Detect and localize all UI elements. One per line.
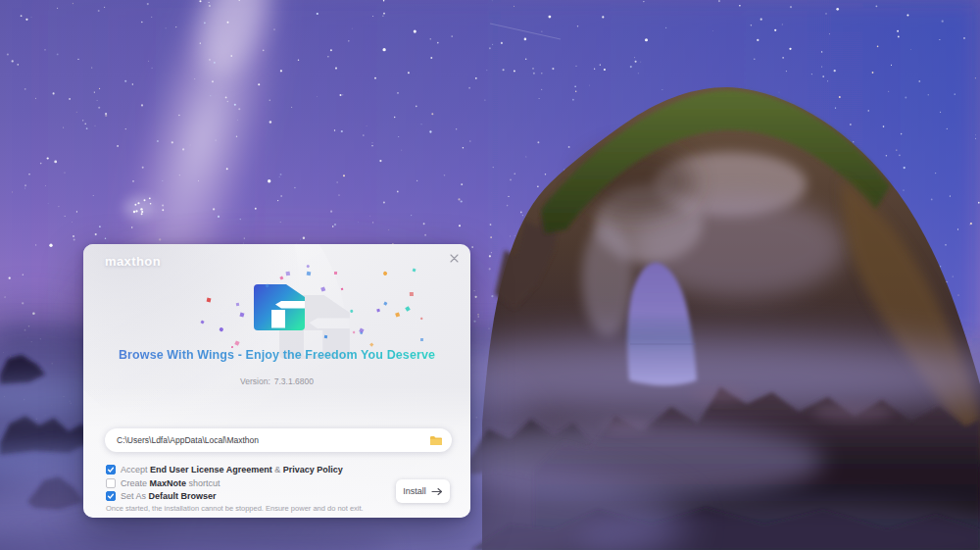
- installer-footnote: Once started, the installation cannot be…: [106, 504, 364, 513]
- maxthon-wordmark: maxthon: [105, 254, 161, 269]
- privacy-policy-link[interactable]: Privacy Policy: [283, 465, 343, 475]
- option-label: Accept End User License Agreement & Priv…: [121, 465, 343, 475]
- maxthon-logo: [254, 284, 305, 330]
- swoosh-decoration: [83, 244, 299, 430]
- star-cluster-glow: [123, 197, 155, 219]
- create-text: Create: [121, 478, 150, 488]
- installer-window: maxthon Browse With Wings -: [83, 244, 470, 518]
- install-button[interactable]: Install: [396, 479, 450, 503]
- set-as-text: Set As: [121, 491, 149, 501]
- arrow-right-icon: [431, 487, 443, 496]
- browse-folder-button[interactable]: [426, 431, 446, 449]
- checkbox-create-maxnote-shortcut[interactable]: [106, 478, 116, 488]
- option-label: Set As Default Browser: [121, 491, 217, 501]
- default-browser-text: Default Browser: [149, 491, 217, 501]
- rock-rim-light-1: [691, 386, 750, 402]
- check-icon: [107, 466, 115, 474]
- accept-text: Accept: [121, 465, 150, 475]
- rock-light-pillar: [582, 223, 633, 336]
- option-set-default-browser[interactable]: Set As Default Browser: [106, 491, 217, 502]
- maxnote-text: MaxNote: [150, 478, 187, 488]
- option-create-maxnote-shortcut[interactable]: Create MaxNote shortcut: [106, 477, 220, 488]
- option-accept-eula[interactable]: Accept End User License Agreement & Priv…: [106, 464, 343, 475]
- desktop: maxthon Browse With Wings -: [0, 0, 980, 550]
- eula-link[interactable]: End User License Agreement: [150, 465, 272, 475]
- check-icon: [107, 492, 115, 500]
- install-path-input[interactable]: [117, 435, 426, 445]
- version-value: 7.3.1.6800: [274, 376, 314, 386]
- option-label: Create MaxNote shortcut: [121, 478, 220, 488]
- tagline: Browse With Wings - Enjoy the Freedom Yo…: [83, 348, 470, 362]
- install-path-field: [105, 428, 452, 452]
- rock-rim-light-2: [813, 402, 892, 422]
- close-icon: [450, 254, 459, 263]
- close-button[interactable]: [445, 249, 463, 267]
- version-line: Version:7.3.1.6800: [83, 376, 470, 386]
- folder-icon: [429, 435, 443, 446]
- version-label: Version:: [240, 376, 270, 386]
- install-button-label: Install: [403, 486, 426, 496]
- shortcut-text: shortcut: [186, 478, 220, 488]
- checkbox-accept-eula[interactable]: [106, 465, 116, 475]
- ampersand-text: &: [272, 465, 283, 475]
- checkbox-set-default-browser[interactable]: [106, 491, 116, 501]
